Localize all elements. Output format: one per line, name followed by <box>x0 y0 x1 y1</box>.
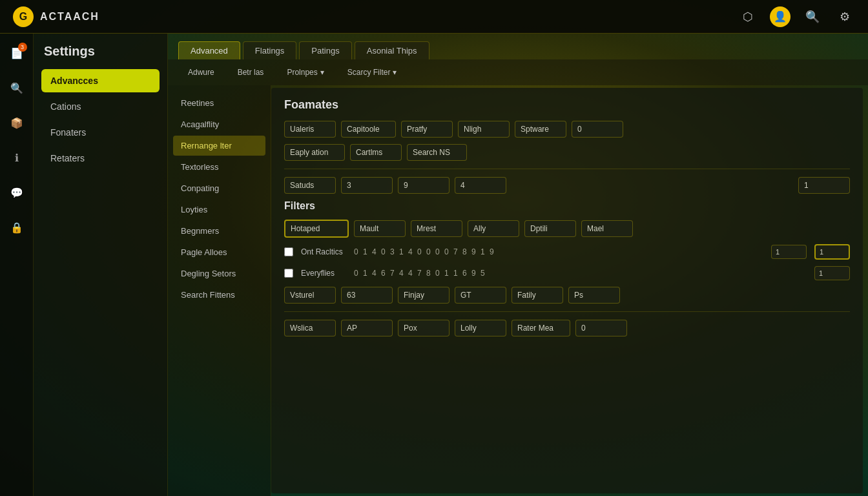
sidebar-icon-lock[interactable]: 🔒 <box>5 216 28 239</box>
left-nav-item-advancces[interactable]: Advancces <box>41 69 160 92</box>
filters-mault-select[interactable]: Mault <box>354 220 406 237</box>
sub-nav-loyties[interactable]: Loyties <box>173 200 265 220</box>
logo: G ACTAACH <box>13 6 99 27</box>
everyflies-label: Everyflies <box>301 269 346 278</box>
sub-nav-reetines[interactable]: Reetines <box>173 93 265 113</box>
filters-row3-select1[interactable]: 1 <box>814 266 850 280</box>
filters-row2-select1[interactable]: 1 <box>771 245 807 259</box>
logo-icon: G <box>13 6 34 27</box>
divider1 <box>284 169 850 169</box>
user-avatar[interactable]: 👤 <box>770 6 790 27</box>
tab-flatings[interactable]: Flatings <box>243 41 297 59</box>
foamates-9-select[interactable]: 9 <box>398 177 450 194</box>
sub-nav-search-fittens[interactable]: Search Fittens <box>173 285 265 305</box>
topbar: G ACTAACH ⬡ 👤 🔍 ⚙ <box>0 0 868 34</box>
filters-hotaped-select[interactable]: Hotaped <box>284 220 349 238</box>
sidebar-icon-message[interactable]: 💬 <box>5 181 28 204</box>
foamates-satuds-select[interactable]: Satuds <box>284 177 336 194</box>
filters-ratermea-select[interactable]: Rater Mea <box>512 320 570 336</box>
tab-asonial-thips[interactable]: Asonial Thips <box>355 41 429 59</box>
sub-nav-pagle-alloes[interactable]: Pagle Alloes <box>173 242 265 262</box>
foamates-pratfy-select[interactable]: Pratfy <box>401 121 453 138</box>
main-layout: 📄 🔍 📦 ℹ 💬 🔒 Settings Advancces Cations F… <box>0 34 868 496</box>
inner-panel: Reetines Acagalflity Rernange lter Texto… <box>168 85 868 496</box>
sub-tab-prolnpes[interactable]: Prolnpes ▾ <box>277 65 333 80</box>
filters-ap-select[interactable]: AP <box>341 320 393 336</box>
sub-nav-textorless[interactable]: Textorless <box>173 157 265 177</box>
main-content: Foamates Ualeris Capitoole Pratfy Nligh <box>271 88 863 493</box>
foamates-ualeris-select[interactable]: Ualeris <box>284 121 336 138</box>
sub-nav-acagalflity[interactable]: Acagalflity <box>173 114 265 134</box>
filters-ally-select[interactable]: Ally <box>468 220 519 237</box>
filters-title: Filters <box>284 200 850 212</box>
foamates-zero1-select[interactable]: 0 <box>572 121 623 138</box>
sidebar-icon-info[interactable]: ℹ <box>5 146 28 169</box>
left-nav-item-fonaters[interactable]: Fonaters <box>41 121 160 144</box>
tab-patings[interactable]: Patings <box>299 41 351 59</box>
ont-racltics-checkbox[interactable] <box>284 247 293 256</box>
left-nav-item-cations[interactable]: Cations <box>41 95 160 118</box>
foamates-searchns-select[interactable]: Search NS <box>407 144 467 161</box>
sub-nav-rernange-lter[interactable]: Rernange lter <box>173 136 265 156</box>
foamates-4-select[interactable]: 4 <box>455 177 506 194</box>
foamates-3-select[interactable]: 3 <box>341 177 393 194</box>
filters-63-select[interactable]: 63 <box>341 287 393 304</box>
filters-finjay-select[interactable]: Finjay <box>398 287 450 304</box>
sub-nav-conpating[interactable]: Conpating <box>173 178 265 198</box>
foamates-1-select[interactable]: 1 <box>798 177 850 194</box>
sub-nav-degling-setors[interactable]: Degling Setors <box>173 264 265 284</box>
sidebar-icon-document[interactable]: 📄 <box>5 41 28 65</box>
filters-mrest-select[interactable]: Mrest <box>411 220 462 237</box>
sub-tab-adwure[interactable]: Adwure <box>178 65 224 80</box>
left-nav-title: Settings <box>41 44 160 59</box>
globe-icon[interactable]: ⬡ <box>738 6 758 27</box>
filters-gt-select[interactable]: GT <box>455 287 506 304</box>
search-icon[interactable]: 🔍 <box>802 6 823 27</box>
filters-dptili-select[interactable]: Dptili <box>524 220 576 237</box>
divider2 <box>284 311 850 312</box>
sidebar-icon-search[interactable]: 🔍 <box>5 76 28 99</box>
filters-row1: Hotaped Mault Mrest Ally Dptili <box>284 220 850 238</box>
sub-tab-bar: Adwure Betr las Prolnpes ▾ Scarcy Filter… <box>168 59 868 85</box>
foamates-nligh-select[interactable]: Nligh <box>458 121 510 138</box>
chevron-down-icon: ▾ <box>320 68 324 77</box>
everyflies-checkbox[interactable] <box>284 269 293 278</box>
filters-row3: Everyflies 0 1 4 6 7 4 4 7 8 0 1 1 6 9 5… <box>284 266 850 280</box>
sidebar-icon-box[interactable]: 📦 <box>5 111 28 134</box>
everyflies-sequence: 0 1 4 6 7 4 4 7 8 0 1 1 6 9 5 <box>354 269 807 278</box>
filters-wslica-select[interactable]: Wslica <box>284 320 336 336</box>
foamates-row2: Eaply ation Cartlms Search NS <box>284 144 850 161</box>
topbar-icons: ⬡ 👤 🔍 ⚙ <box>738 6 855 27</box>
filters-row5: Wslica AP Pox Lolly Rater Mea <box>284 320 850 336</box>
ont-racltics-sequence: 0 1 4 0 3 1 4 0 0 0 0 7 8 9 1 9 <box>354 247 763 256</box>
left-nav: Settings Advancces Cations Fonaters Reta… <box>34 34 168 496</box>
foamates-row3: Satuds 3 9 4 1 <box>284 177 850 194</box>
filters-zero2-select[interactable]: 0 <box>575 320 627 336</box>
filters-row2: Ont Racltics 0 1 4 0 3 1 4 0 0 0 0 7 8 9… <box>284 244 850 260</box>
tab-bar: Advanced Flatings Patings Asonial Thips <box>168 34 868 59</box>
filters-ps-select[interactable]: Ps <box>568 287 620 304</box>
filters-vsturel-select[interactable]: Vsturel <box>284 287 336 304</box>
filters-row2-select2[interactable]: 1 <box>814 244 850 260</box>
sub-tab-scarcy-filter[interactable]: Scarcy Filter ▾ <box>338 65 407 80</box>
filters-row4: Vsturel 63 Finjay GT Fatily Ps <box>284 287 850 304</box>
filters-lolly-select[interactable]: Lolly <box>455 320 506 336</box>
tab-advanced[interactable]: Advanced <box>178 41 240 59</box>
filters-mael-select[interactable]: Mael <box>581 220 633 237</box>
foamates-eaplyation-select[interactable]: Eaply ation <box>284 144 345 161</box>
app-name: ACTAACH <box>40 11 99 23</box>
filters-pox-select[interactable]: Pox <box>398 320 450 336</box>
ont-racltics-label: Ont Racltics <box>301 247 346 256</box>
filters-fatily-select[interactable]: Fatily <box>512 287 563 304</box>
foamates-capitoole-select[interactable]: Capitoole <box>341 121 396 138</box>
settings-icon[interactable]: ⚙ <box>834 6 855 27</box>
sub-nav: Reetines Acagalflity Rernange lter Texto… <box>168 85 271 496</box>
sub-nav-begnmers[interactable]: Begnmers <box>173 221 265 241</box>
foamates-cartlms-select[interactable]: Cartlms <box>350 144 402 161</box>
sidebar-icons: 📄 🔍 📦 ℹ 💬 🔒 <box>0 34 34 496</box>
foamates-row1: Ualeris Capitoole Pratfy Nligh Sptware <box>284 121 850 138</box>
left-nav-item-retaters[interactable]: Retaters <box>41 147 160 170</box>
foamates-sptware-select[interactable]: Sptware <box>515 121 566 138</box>
sub-tab-betrlas[interactable]: Betr las <box>228 65 274 80</box>
foamates-title: Foamates <box>284 98 850 112</box>
